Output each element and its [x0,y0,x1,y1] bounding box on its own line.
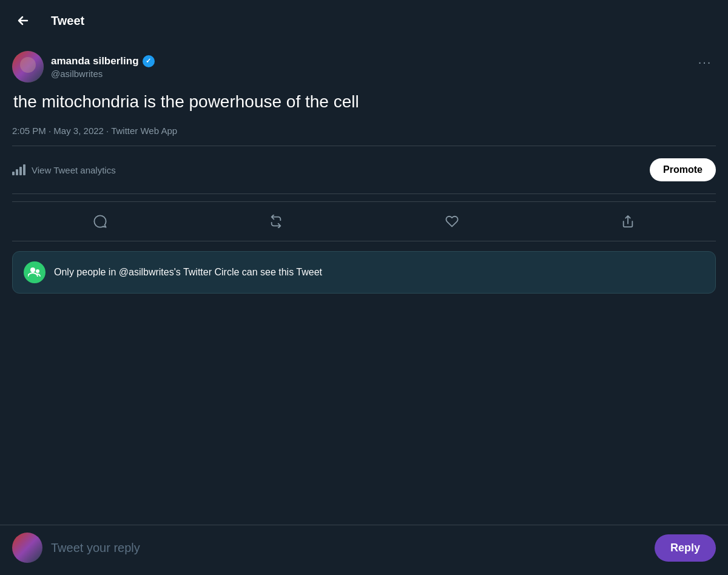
author-name-row: amanda silberling ✓ [51,55,155,67]
reply-left: Tweet your reply [12,533,655,563]
svg-point-0 [30,267,35,272]
retweet-icon [269,215,283,228]
bar-3 [19,167,22,175]
divider-1 [12,146,716,146]
analytics-row: View Tweet analytics Promote [12,153,716,186]
back-button[interactable] [12,10,34,32]
author-name: amanda silberling [51,55,139,67]
tweet-text: the mitochondria is the powerhouse of th… [12,90,716,113]
view-analytics-button[interactable]: View Tweet analytics [12,164,116,175]
circle-notice: Only people in @asilbwrites's Twitter Ci… [12,251,716,294]
analytics-icon [12,164,25,175]
share-icon [621,215,635,228]
author-row: amanda silberling ✓ @asilbwrites ··· [12,51,716,82]
share-button[interactable] [613,207,642,236]
avatar[interactable] [12,51,44,82]
action-row [12,201,716,241]
reply-button[interactable]: Reply [655,534,716,562]
divider-2 [12,193,716,194]
circle-icon [24,261,46,283]
svg-point-1 [36,269,39,273]
like-icon [445,215,459,228]
comment-icon [93,215,107,228]
people-icon [28,267,41,278]
tweet-timestamp: 2:05 PM · May 3, 2022 · Twitter Web App [12,126,716,136]
reply-input[interactable]: Tweet your reply [51,541,655,555]
analytics-label: View Tweet analytics [32,165,116,175]
more-icon: ··· [698,55,712,69]
verified-badge: ✓ [143,55,155,67]
author-info: amanda silberling ✓ @asilbwrites [51,55,155,79]
verified-check-icon: ✓ [146,57,151,65]
bar-4 [23,164,25,175]
retweet-button[interactable] [261,207,291,236]
more-options-button[interactable]: ··· [694,51,716,73]
author-left: amanda silberling ✓ @asilbwrites [12,51,155,82]
promote-button[interactable]: Promote [650,158,716,181]
tweet-header: Tweet [0,0,728,41]
author-handle: @asilbwrites [51,69,155,79]
reply-avatar[interactable] [12,533,42,563]
reply-row: Tweet your reply Reply [0,525,728,575]
like-button[interactable] [437,207,467,236]
page-title: Tweet [51,14,84,28]
tweet-container: amanda silberling ✓ @asilbwrites ··· the… [0,41,728,294]
bar-1 [12,172,15,175]
bar-2 [16,169,18,175]
circle-notice-text: Only people in @asilbwrites's Twitter Ci… [54,267,322,278]
comment-button[interactable] [86,207,115,236]
